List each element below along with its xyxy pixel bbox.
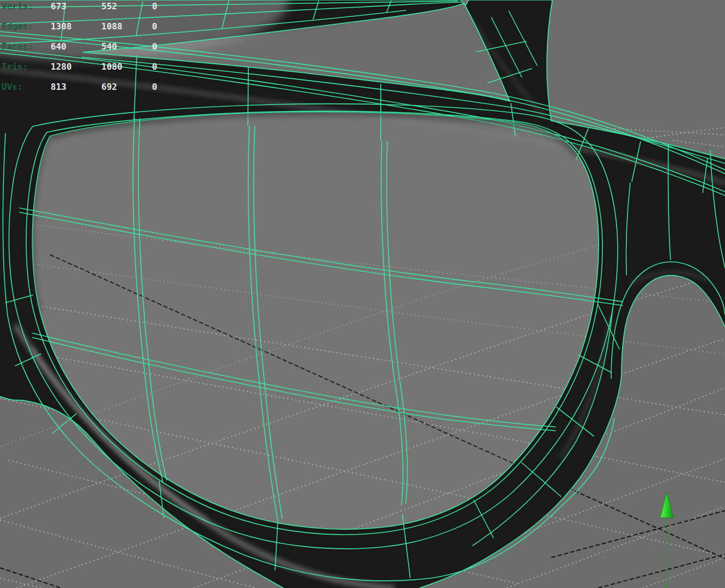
hud-value: 0	[152, 82, 157, 92]
hud-value: 1088	[101, 22, 123, 32]
hud-value: 0	[152, 42, 157, 52]
hud-value: 813	[51, 82, 66, 92]
hud-value: 0	[152, 62, 157, 72]
hud-label: Tris:	[2, 62, 28, 72]
hud-label: Faces:	[2, 42, 33, 52]
hud-label: Edges:	[2, 22, 33, 32]
hud-label: UVs:	[2, 82, 23, 92]
hud-value: 1080	[101, 62, 123, 72]
hud-value: 673	[51, 2, 66, 11]
hud-value: 1280	[51, 62, 72, 72]
viewport[interactable]: Verts:6735520Edges:130810880Faces:640540…	[0, 0, 725, 588]
hud-value: 0	[152, 22, 157, 32]
hud-value: 640	[51, 42, 66, 52]
hud-label: Verts:	[2, 2, 33, 11]
hud-value: 540	[101, 42, 117, 52]
hud-value: 0	[152, 2, 157, 11]
hud-value: 552	[101, 2, 117, 11]
hud-value: 692	[101, 82, 117, 92]
hud-value: 1308	[51, 22, 72, 32]
